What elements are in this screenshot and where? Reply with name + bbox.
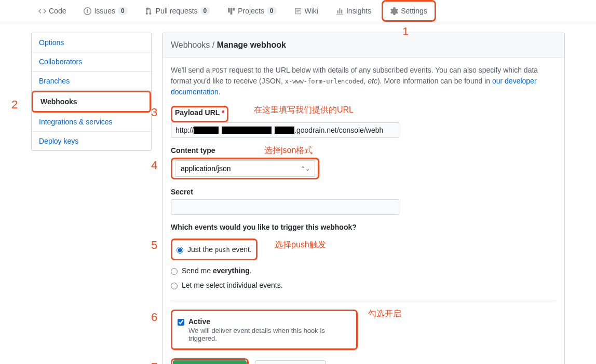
payload-url-input[interactable]: http://.goodrain.net/console/webh [171, 122, 399, 138]
pr-count: 0 [200, 7, 210, 15]
gear-icon [390, 7, 398, 15]
wiki-icon [294, 7, 302, 15]
annotation-url-text: 在这里填写我们提供的URL [254, 105, 354, 116]
tab-wiki-label: Wiki [305, 7, 318, 15]
panel-header: Webhooks / Manage webhook [162, 33, 564, 58]
issue-icon [84, 7, 91, 15]
annotation-active-text: 勾选开启 [368, 309, 401, 319]
annotation-json-text: 选择json格式 [264, 145, 313, 156]
tab-settings[interactable]: Settings [382, 0, 436, 22]
tab-pr-label: Pull requests [156, 7, 198, 15]
sidebar-item-deploy-keys[interactable]: Deploy keys [32, 132, 151, 150]
secret-input[interactable] [171, 199, 399, 215]
tab-code[interactable]: Code [31, 0, 73, 22]
settings-sidebar: 2 Options Collaborators Branches Webhook… [31, 33, 152, 364]
annotation-4: 4 [151, 159, 157, 172]
active-checkbox-row[interactable]: Active We will deliver event details whe… [178, 314, 351, 345]
annotation-2: 2 [11, 98, 18, 111]
events-option-everything[interactable]: Send me everything. [171, 263, 556, 278]
update-webhook-button[interactable]: Update webhook [173, 360, 247, 364]
sidebar-item-webhooks[interactable]: Webhooks [32, 91, 151, 113]
projects-count: 0 [267, 7, 277, 15]
breadcrumb-current: Manage webhook [217, 40, 286, 49]
content-type-select[interactable]: application/json [175, 160, 315, 177]
delete-webhook-button[interactable]: Delete webhook [255, 360, 326, 364]
content-type-label: Content type [171, 146, 215, 155]
tab-issues[interactable]: Issues 0 [76, 0, 134, 22]
annotation-3: 3 [151, 106, 157, 119]
events-option-individual[interactable]: Let me select individual events. [171, 278, 556, 292]
annotation-6: 6 [151, 311, 157, 324]
tab-insights-label: Insights [346, 7, 371, 15]
events-option-push[interactable]: Just the push event. [177, 242, 252, 257]
active-note: We will deliver event details when this … [188, 327, 351, 342]
redacted-segment [194, 127, 219, 134]
annotation-push-text: 选择push触发 [275, 240, 326, 250]
annotation-5: 5 [151, 239, 157, 252]
active-label: Active [188, 317, 210, 326]
tab-issues-label: Issues [94, 7, 115, 15]
project-icon [227, 7, 235, 15]
tab-code-label: Code [49, 7, 66, 15]
breadcrumb: Webhooks / [171, 40, 217, 49]
sidebar-item-collaborators[interactable]: Collaborators [32, 52, 151, 72]
tab-wiki[interactable]: Wiki [287, 0, 326, 22]
radio-individual[interactable] [171, 283, 178, 289]
redacted-segment [275, 127, 294, 134]
webhook-panel: Webhooks / Manage webhook We'll send a P… [162, 33, 565, 364]
issues-count: 0 [118, 7, 128, 15]
radio-everything[interactable] [171, 268, 178, 275]
sidebar-item-branches[interactable]: Branches [32, 72, 151, 91]
pull-request-icon [145, 7, 153, 15]
active-checkbox[interactable] [178, 319, 184, 326]
redacted-segment [222, 127, 272, 134]
annotation-7: 7 [151, 360, 157, 364]
sidebar-item-options[interactable]: Options [32, 33, 151, 52]
payload-url-label: Payload URL * [175, 108, 224, 117]
secret-label: Secret [171, 188, 193, 196]
annotation-1: 1 [402, 25, 409, 38]
tab-pull-requests[interactable]: Pull requests 0 [138, 0, 218, 22]
required-star: * [222, 108, 224, 117]
code-icon [38, 7, 46, 15]
repo-nav: Code Issues 0 Pull requests 0 Projects 0… [0, 0, 596, 22]
events-title: Which events would you like to trigger t… [171, 223, 556, 231]
sidebar-item-integrations[interactable]: Integrations & services [32, 113, 151, 132]
tab-settings-label: Settings [401, 7, 427, 15]
tab-projects[interactable]: Projects 0 [220, 0, 283, 22]
insights-icon [336, 7, 344, 15]
tab-insights[interactable]: Insights [329, 0, 378, 22]
radio-push[interactable] [177, 247, 183, 254]
tab-projects-label: Projects [238, 7, 264, 15]
panel-description: We'll send a POST request to the URL bel… [171, 65, 556, 97]
